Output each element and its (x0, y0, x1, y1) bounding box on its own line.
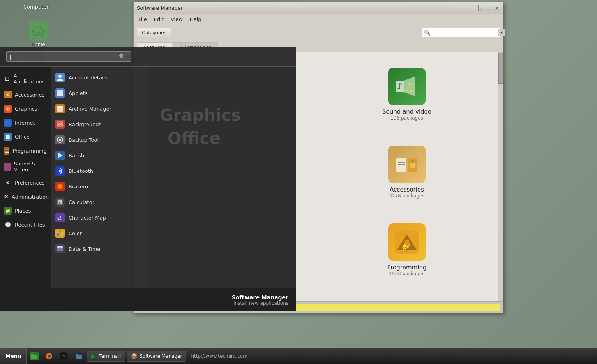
minimize-button[interactable]: − (478, 5, 484, 11)
scroll-track[interactable] (498, 52, 503, 301)
svg-text:♪: ♪ (397, 81, 403, 91)
sidebar-item-recent[interactable]: 🕐 Recent Files (0, 218, 51, 232)
all-apps-icon: ⊞ (4, 75, 11, 83)
category-sound[interactable]: ♪ ♫ Sound and video 196 packages (318, 60, 495, 138)
svg-point-63 (59, 185, 61, 188)
sw-search-box: 🔍 ✕ (422, 28, 500, 37)
app-color-label: Color (69, 230, 82, 236)
home-desktop-icon[interactable]: Home (23, 21, 54, 47)
sidebar-item-preferences[interactable]: ⚙ Preferences (0, 176, 51, 190)
app-item-charmap[interactable]: Ω Character Map (51, 210, 148, 225)
taskbar-menu-button[interactable]: Menu (0, 348, 27, 364)
sw-menu-file[interactable]: File (135, 15, 150, 23)
sidebar-item-all[interactable]: ⊞ All Applications (0, 70, 51, 88)
app-item-bluetooth[interactable]: Bluetooth (51, 163, 148, 179)
sw-menu-view[interactable]: View (168, 15, 186, 23)
app-item-backup[interactable]: Backup Tool (51, 132, 148, 148)
sidebar-item-administration[interactable]: 🛠 Administration (0, 190, 51, 204)
menu-right-panel: Graphics Office (148, 67, 296, 288)
sidebar-item-office[interactable]: 📄 Office (0, 130, 51, 144)
home-folder-icon (29, 21, 48, 40)
taskbar-swmanager-app[interactable]: 📦 Software Manager (127, 351, 186, 362)
category-accessories[interactable]: Accessories 3278 packages (318, 138, 495, 216)
sidebar-internet-label: Internet (15, 120, 35, 126)
svg-rect-43 (411, 160, 414, 163)
svg-point-73 (57, 233, 59, 236)
sidebar-item-graphics[interactable]: 🎨 Graphics (0, 102, 51, 116)
sw-menubar: File Edit View Help (134, 14, 503, 25)
svg-rect-68 (61, 202, 62, 204)
svg-point-42 (410, 162, 416, 168)
accessories-icon (388, 146, 426, 183)
sidebar-preferences-label: Preferences (15, 180, 44, 186)
app-item-account[interactable]: Account details (51, 70, 148, 85)
svg-rect-52 (57, 90, 60, 93)
taskbar-files-icon[interactable] (27, 348, 42, 364)
taskbar-terminal-icon-1[interactable]: $ (57, 348, 71, 364)
brasero-icon (55, 182, 65, 191)
home-label: Home (31, 42, 45, 47)
menu-search-icon: 🔍 (119, 53, 125, 60)
maximize-button[interactable]: + (486, 5, 492, 11)
app-item-archive[interactable]: Archive Manager (51, 101, 148, 116)
search-clear-button[interactable]: ✕ (498, 29, 505, 36)
taskbar-firefox-icon[interactable] (42, 348, 57, 364)
svg-text:Ω: Ω (57, 215, 61, 221)
svg-text:👷: 👷 (401, 244, 409, 252)
sidebar-item-sound[interactable]: 🎵 Sound & Video (0, 158, 51, 176)
sound-icon: ♪ ♫ (388, 68, 426, 105)
svg-point-72 (61, 233, 63, 236)
app-calculator-label: Calculator (69, 199, 94, 205)
search-input[interactable] (432, 30, 498, 35)
app-applets-label: Applets (69, 90, 88, 96)
administration-cat-icon: 🛠 (4, 193, 9, 200)
graphics-cat-icon: 🎨 (4, 105, 12, 113)
app-item-applets[interactable]: Applets (51, 85, 148, 101)
sidebar-item-internet[interactable]: 🌐 Internet (0, 116, 51, 130)
svg-marker-61 (58, 153, 63, 158)
app-account-label: Account details (69, 75, 108, 81)
menu-sidebar: ⊞ All Applications ⚙ Accessories 🎨 Graph… (0, 67, 51, 288)
svg-rect-53 (60, 90, 63, 93)
sw-menu-help[interactable]: Help (187, 15, 205, 23)
svg-rect-57 (57, 106, 63, 108)
category-programming[interactable]: 👷 Programming 4503 packages (318, 216, 495, 294)
taskbar: Menu $ ▶ [Terminal] 📦 Softwar (0, 348, 597, 364)
close-button[interactable]: × (494, 5, 500, 11)
svg-point-60 (59, 139, 61, 141)
menu-search-bar: 🔍 (0, 47, 296, 67)
categories-button[interactable]: Categories (137, 28, 171, 37)
sidebar-recent-label: Recent Files (15, 222, 45, 228)
scroll-thumb[interactable] (498, 53, 503, 84)
terminal-app-icon: ▶ (91, 353, 95, 359)
app-bluetooth-label: Bluetooth (69, 168, 93, 174)
programming-label: Programming (387, 264, 426, 271)
internet-cat-icon: 🌐 (4, 119, 12, 127)
app-item-calculator[interactable]: Calculator (51, 194, 148, 210)
app-banshee-label: Banshee (69, 153, 90, 158)
preferences-cat-icon: ⚙ (4, 179, 12, 186)
app-item-backgrounds[interactable]: Backgrounds (51, 116, 148, 132)
app-item-datetime[interactable]: Date & Time (51, 241, 148, 257)
sw-menu-edit[interactable]: Edit (151, 15, 167, 23)
sidebar-item-accessories[interactable]: ⚙ Accessories (0, 88, 51, 102)
app-item-color[interactable]: Color (51, 225, 148, 241)
svg-rect-65 (58, 200, 62, 202)
svg-point-51 (58, 75, 62, 78)
svg-rect-55 (60, 93, 63, 96)
wm-buttons: − + × (478, 5, 500, 11)
menu-search-input[interactable] (10, 54, 119, 60)
app-item-banshee[interactable]: Banshee (51, 148, 148, 163)
app-item-brasero[interactable]: Brasero (51, 179, 148, 194)
color-icon (55, 229, 65, 238)
bluetooth-icon (55, 166, 65, 176)
recent-cat-icon: 🕐 (4, 221, 12, 229)
taskbar-terminal-app[interactable]: ▶ [Terminal] (87, 351, 125, 362)
applets-icon (55, 88, 65, 98)
taskbar-folder-icon[interactable] (71, 348, 86, 364)
programming-count: 4503 packages (389, 271, 424, 276)
sidebar-item-programming[interactable]: 💻 Programming (0, 144, 51, 158)
sidebar-item-places[interactable]: 📁 Places (0, 204, 51, 218)
bg-graphics-label: Graphics (160, 106, 241, 125)
search-icon: 🔍 (424, 30, 431, 36)
